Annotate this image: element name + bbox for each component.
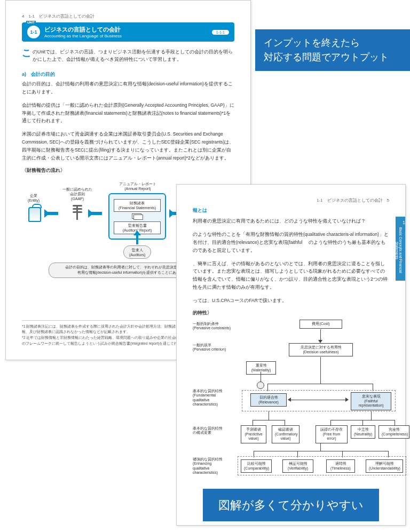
paragraph-1: 会計の目的は、会計情報の利用者の意思決定に有用な情報(decision-usef… <box>22 80 234 96</box>
entity-icon <box>28 207 41 222</box>
understandability-node: 理解可能性(Understandability) <box>366 459 403 473</box>
dropcap: こ <box>22 48 31 58</box>
chapter-tab: 1 Basic Concepts and Financial Statement… <box>396 217 405 281</box>
p2-paragraph-1: 利用者の意思決定に有用であるためには、どのような特性を備えていなければ？ <box>193 217 389 225</box>
intro-paragraph: こ のUnitでは、ビジネスの言語、つまりビジネス活動を伝達する手段としての会計… <box>22 48 234 63</box>
unit-title: ビジネスの言語としての会計 Accounting as the Language… <box>44 26 208 38</box>
unit-banner: 1-1 ビジネスの言語としての会計 Accounting as the Lang… <box>22 22 234 42</box>
textbook-page-2: 1-1 ビジネスの言語としての会計 5 1 Basic Concepts and… <box>176 184 406 526</box>
p2-paragraph-2: のような特性のことを「有用な財務情報の質的特性(qualitative char… <box>193 231 389 255</box>
predictive-node: 予測価値(Predictivevalue) <box>241 425 266 443</box>
verifiability-node: 検証可能性(Verifiability) <box>282 459 313 473</box>
confirmatory-node: 確認価値(Confirmatoryvalue) <box>272 425 299 443</box>
entity-label: 企業(Entity) <box>23 193 44 203</box>
callout-bottom: 図解が多くて分かりやすい <box>203 489 379 521</box>
fs-box: 財務諸表(Financial Statements) <box>114 199 161 212</box>
p2-paragraph-3: 、簡単に言えば、その情報があるのとないのとでは、利用者の意思決定に違ることを指し… <box>193 260 389 292</box>
neutrality-node: 中立性(Neutrality) <box>351 425 375 439</box>
annual-report-label: アニュアル・レポート(Annual Report) <box>108 181 167 191</box>
gaap-icon <box>71 205 84 221</box>
free-error-node: 誤謬の不存在(Free from error) <box>316 425 348 443</box>
completeness-node: 完全性(Completeness) <box>379 425 409 439</box>
page-header-right: 1-1 ビジネスの言語としての会計 5 <box>193 197 389 203</box>
tab-number: 1 <box>403 220 405 225</box>
connector-icon <box>257 382 264 389</box>
paragraph-3: 米国の証券市場において資金調達する企業は米国証券取引委員会(U.S. Secur… <box>22 130 234 162</box>
diagram-subhead: 〈財務報告の流れ〉 <box>22 168 234 174</box>
unit-title-jp: ビジネスの言語としての会計 <box>44 26 208 34</box>
decision-usefulness-node: 意思決定に対する有用性(Decision usefulness) <box>289 343 353 357</box>
diagram2-subhead: 的特性〉 <box>193 310 389 316</box>
faithful-node: 忠実な表現(Faithfulrepresentation) <box>351 392 391 410</box>
paragraph-2: 会計情報の提供は「一般に認められた会計原則(Generally Accepted… <box>22 101 234 125</box>
p2-paragraph-4: っては、U.S.CPAコースのFARで扱います。 <box>193 297 389 305</box>
section-a-heading: a) 会計の目的 <box>22 71 234 78</box>
enhancing-label: 補強的な質的特性(Enhancingqualitativecharacteris… <box>193 457 236 475</box>
comparability-node: 比較可能性(Comparability) <box>241 459 272 473</box>
intro-text: のUnitでは、ビジネスの言語、つまりビジネス活動を伝達する手段としての会計の目… <box>33 49 233 62</box>
tab-text: Basic Concepts and Financial Statements <box>395 227 403 273</box>
unit-number-badge: 1-1 <box>27 26 40 38</box>
unit-tag: 1-1-1 <box>212 30 229 35</box>
unit-title-en: Accounting as the Language of Business <box>44 34 208 38</box>
components-label: 基本的な質的特性の構成要素 <box>193 426 236 435</box>
page-header-left: 4 1-1 ビジネスの言語としての会計 <box>22 13 234 19</box>
relevance-node: 目的適合性(Relevance) <box>250 393 287 407</box>
qualitative-characteristics-diagram: 一般的制約条件(Pervasive constraints) 一般的規準(Per… <box>193 320 389 496</box>
pervasive-criterion-label: 一般的規準(Pervasive criterion) <box>193 343 236 352</box>
materiality-node: 重要性(Materiality) <box>246 361 276 375</box>
fundamental-label: 基本的な質的特性(Fundamentalqualitativecharacter… <box>193 389 236 407</box>
section-b-head: 報とは <box>193 208 389 214</box>
callout-top: インプットを終えたら対応する問題でアウトプット <box>255 29 410 71</box>
auditors-node: 監査人(Auditors) <box>123 245 151 259</box>
timeliness-node: 適時性(Timeliness) <box>326 459 355 473</box>
pervasive-constraints-label: 一般的制約条件(Pervasive constraints) <box>193 322 236 331</box>
cost-node: 費用(Cost) <box>299 320 342 329</box>
gaap-label: 一般に認められた会計原則(GAAP) <box>60 187 94 201</box>
